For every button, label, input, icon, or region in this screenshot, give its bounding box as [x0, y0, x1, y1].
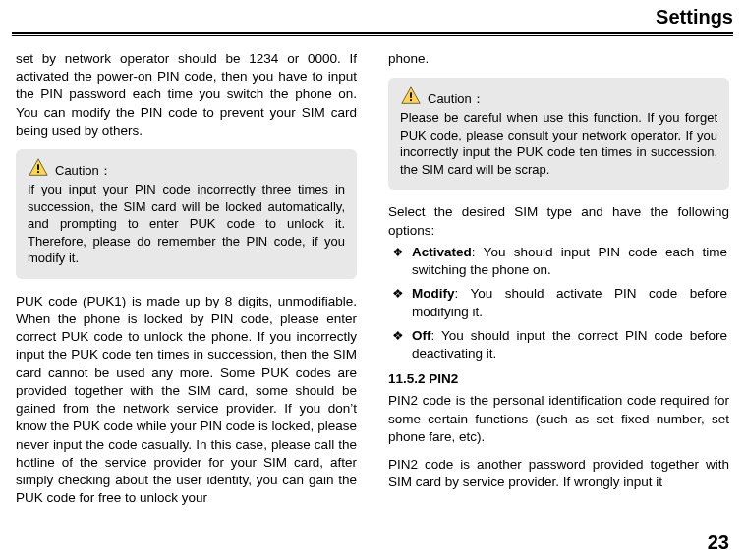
list-item: ❖ Activated: You should input PIN code e…: [388, 244, 729, 279]
caution-label: Caution：: [55, 162, 112, 180]
caution-box: Caution： If you input your PIN code inco…: [16, 149, 357, 279]
list-item: ❖ Modify: You should activate PIN code b…: [388, 285, 729, 320]
paragraph: PIN2 code is another password provided t…: [388, 456, 729, 491]
caution-text: Please be careful when use this function…: [400, 109, 717, 178]
caution-label: Caution：: [428, 90, 485, 108]
option-text: : You should activate PIN code before mo…: [412, 286, 727, 318]
section-heading: 11.5.2 PIN2: [388, 370, 729, 388]
option-label: Modify: [412, 286, 455, 301]
paragraph: PIN2 code is the personal identification…: [388, 392, 729, 446]
list-item: ❖ Off: You should input the correct PIN …: [388, 327, 729, 363]
header-rule-thick: [12, 32, 733, 34]
caution-icon: [28, 157, 49, 179]
content-columns: set by network operator should be 1234 o…: [0, 50, 745, 517]
paragraph: set by network operator should be 1234 o…: [16, 50, 357, 140]
caution-text: If you input your PIN code incorrectly t…: [28, 181, 345, 267]
caution-head: Caution：: [400, 85, 717, 107]
svg-rect-4: [410, 93, 412, 99]
paragraph: Select the desired SIM type and have the…: [388, 203, 729, 239]
paragraph: PUK code (PUK1) is made up by 8 digits, …: [16, 293, 357, 508]
option-label: Off: [412, 328, 431, 343]
caution-head: Caution：: [28, 157, 345, 179]
page-header: Settings: [0, 0, 745, 30]
option-label: Activated: [412, 245, 472, 259]
svg-rect-5: [410, 99, 412, 101]
caution-icon: [400, 85, 422, 107]
bullet-icon: ❖: [392, 285, 404, 320]
option-text: : You should input the correct PIN code …: [412, 328, 727, 361]
svg-rect-2: [37, 171, 39, 173]
column-right: phone. Caution： Please be careful when u…: [388, 50, 729, 517]
bullet-icon: ❖: [392, 327, 404, 363]
header-rule-thin: [12, 35, 733, 36]
bullet-icon: ❖: [392, 244, 404, 279]
options-list: ❖ Activated: You should input PIN code e…: [388, 244, 729, 363]
page-number: 23: [708, 532, 729, 554]
column-left: set by network operator should be 1234 o…: [16, 50, 357, 517]
caution-box: Caution： Please be careful when use this…: [388, 78, 729, 190]
svg-rect-1: [37, 164, 39, 170]
paragraph: phone.: [388, 50, 729, 68]
header-title: Settings: [656, 6, 733, 28]
